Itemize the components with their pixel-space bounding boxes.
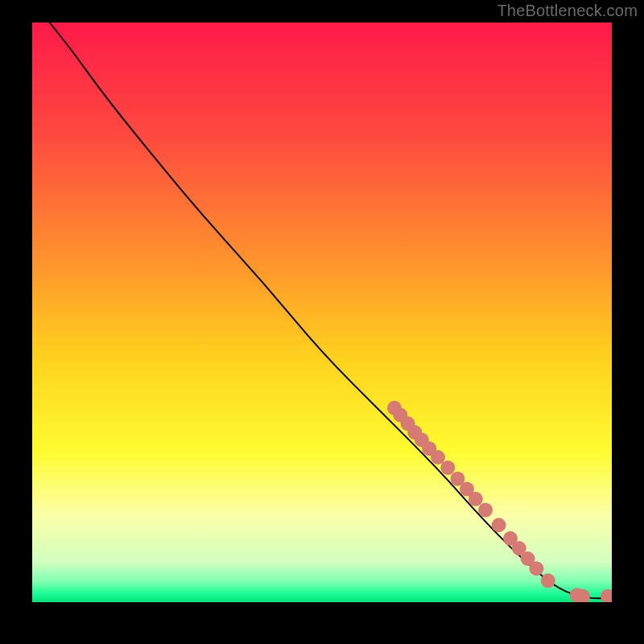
data-point <box>478 503 493 518</box>
attribution-text: TheBottleneck.com <box>497 2 638 20</box>
data-point <box>440 460 455 475</box>
chart-plot-area <box>32 23 612 602</box>
chart-stage: TheBottleneck.com <box>0 0 644 644</box>
gradient-background <box>32 23 612 602</box>
data-point <box>541 573 555 588</box>
chart-svg <box>32 23 612 602</box>
data-point <box>469 492 483 506</box>
data-point <box>529 561 543 576</box>
data-point <box>492 518 506 532</box>
